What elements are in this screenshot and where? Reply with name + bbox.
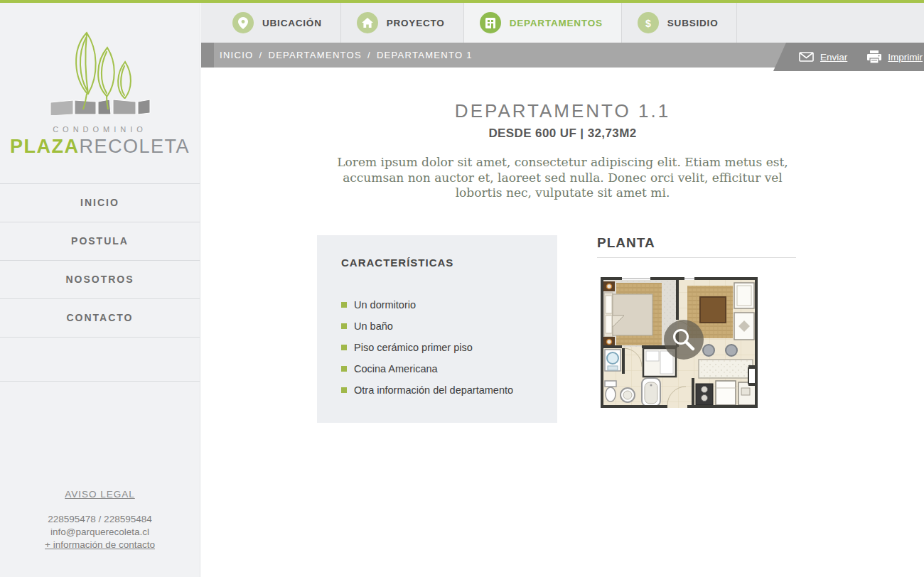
- square-bullet-icon: [341, 387, 347, 393]
- sidebar-item-contacto[interactable]: CONTACTO: [0, 298, 200, 337]
- sidebar-item-postula[interactable]: POSTULA: [0, 222, 200, 260]
- phone-numbers: 228595478 / 228595484: [0, 513, 200, 526]
- tab-label: UBICACIÓN: [262, 18, 322, 28]
- sidebar-menu: INICIO POSTULA NOSOTROS CONTACTO: [0, 183, 200, 382]
- page-title: DEPARTAMENTO 1.1: [201, 100, 924, 122]
- square-bullet-icon: [341, 323, 347, 329]
- dollar-icon: $: [638, 12, 659, 33]
- tab-label: SUBSIDIO: [667, 18, 719, 28]
- sidebar: CONDOMINIO PLAZARECOLETA INICIO POSTULA …: [0, 3, 200, 577]
- email-link[interactable]: info@parquerecoleta.cl: [0, 526, 200, 539]
- breadcrumb-inicio[interactable]: INICIO: [220, 50, 254, 60]
- tab-label: DEPARTAMENTOS: [510, 18, 603, 28]
- envelope-icon: [799, 52, 814, 62]
- sidebar-footer: AVISO LEGAL 228595478 / 228595484 info@p…: [0, 487, 200, 551]
- breadcrumb-separator: /: [259, 50, 263, 60]
- brand-logo[interactable]: CONDOMINIO PLAZARECOLETA: [0, 3, 200, 158]
- breadcrumb-departamentos[interactable]: DEPARTAMENTOS: [268, 50, 362, 60]
- plan-heading: PLANTA: [597, 235, 796, 258]
- print-label: Imprimir: [888, 52, 923, 63]
- floor-plan-image[interactable]: [601, 277, 758, 408]
- svg-text:$: $: [645, 17, 651, 28]
- top-navigation: UBICACIÓN PROYECTO DEPARTAMENTOS $ SUBSI…: [201, 3, 924, 43]
- feature-item: Un baño: [341, 320, 557, 332]
- tab-subsidio[interactable]: $ SUBSIDIO: [622, 3, 737, 43]
- buildings-blocks: [50, 99, 150, 115]
- breadcrumb: INICIO / DEPARTAMENTOS / DEPARTAMENTO 1: [220, 43, 478, 68]
- sidebar-item-empty: [0, 337, 200, 382]
- page: CONDOMINIO PLAZARECOLETA INICIO POSTULA …: [0, 0, 924, 577]
- brand-condominio: CONDOMINIO: [0, 125, 200, 134]
- square-bullet-icon: [341, 366, 347, 372]
- contact-info-link[interactable]: + información de contacto: [0, 539, 200, 551]
- description-text: Lorem ipsum dolor sit amet, consectetur …: [333, 155, 792, 201]
- tab-divider: [736, 3, 737, 43]
- breadcrumb-bar: INICIO / DEPARTAMENTOS / DEPARTAMENTO 1 …: [201, 43, 924, 68]
- feature-item: Piso cerámico primer piso: [341, 342, 557, 353]
- page-actions: Enviar Imprimir: [773, 43, 924, 71]
- tab-label: PROYECTO: [387, 18, 445, 28]
- feature-label: Un dormitorio: [354, 299, 416, 311]
- feature-label: Piso cerámico primer piso: [354, 342, 473, 353]
- feature-item: Un dormitorio: [341, 299, 557, 311]
- plan-section: PLANTA: [597, 235, 796, 423]
- brand-plaza: PLAZA: [10, 136, 80, 157]
- feature-item: Otra información del departamento: [341, 384, 557, 396]
- tab-ubicacion[interactable]: UBICACIÓN: [217, 3, 340, 43]
- send-button[interactable]: Enviar: [799, 52, 847, 63]
- feature-label: Otra información del departamento: [354, 384, 513, 396]
- sidebar-item-inicio[interactable]: INICIO: [0, 183, 200, 222]
- features-box: CARACTERÍSTICAS Un dormitorio Un baño Pi…: [317, 235, 557, 423]
- tab-proyecto[interactable]: PROYECTO: [341, 3, 463, 43]
- feature-item: Cocina Americana: [341, 363, 557, 374]
- detail-row: CARACTERÍSTICAS Un dormitorio Un baño Pi…: [317, 235, 924, 423]
- map-pin-icon: [232, 12, 254, 33]
- house-icon: [357, 12, 378, 33]
- brand-name: PLAZARECOLETA: [0, 136, 200, 158]
- square-bullet-icon: [341, 345, 347, 350]
- square-bullet-icon: [341, 302, 347, 308]
- breadcrumb-left-cap: [201, 43, 214, 68]
- zoom-magnifier-icon: [664, 320, 704, 360]
- sidebar-item-nosotros[interactable]: NOSOTROS: [0, 260, 200, 298]
- main-content: DEPARTAMENTO 1.1 DESDE 600 UF | 32,73M2 …: [201, 71, 924, 423]
- features-list: Un dormitorio Un baño Piso cerámico prim…: [341, 299, 557, 396]
- trees-logo-icon: [42, 28, 159, 115]
- page-subtitle: DESDE 600 UF | 32,73M2: [201, 126, 924, 141]
- breadcrumb-current: DEPARTAMENTO 1: [377, 50, 473, 60]
- aviso-legal-link[interactable]: AVISO LEGAL: [65, 489, 135, 500]
- features-heading: CARACTERÍSTICAS: [341, 257, 557, 269]
- feature-label: Un baño: [354, 320, 393, 332]
- printer-icon: [867, 50, 881, 63]
- breadcrumb-separator: /: [367, 50, 371, 60]
- print-button[interactable]: Imprimir: [867, 50, 923, 63]
- tab-departamentos[interactable]: DEPARTAMENTOS: [464, 3, 621, 43]
- brand-recoleta: RECOLETA: [79, 136, 190, 157]
- building-icon: [480, 12, 501, 33]
- send-label: Enviar: [820, 52, 847, 63]
- feature-label: Cocina Americana: [354, 363, 438, 374]
